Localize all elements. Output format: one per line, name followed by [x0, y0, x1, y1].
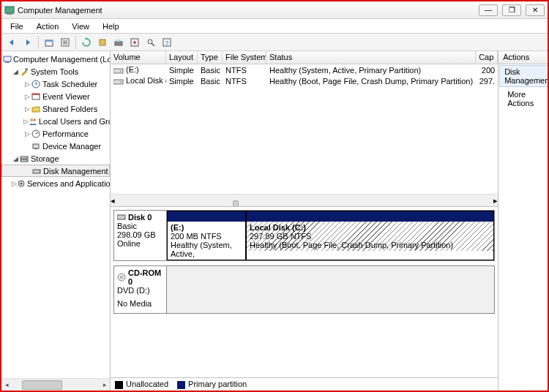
col-layout[interactable]: Layout: [166, 51, 198, 64]
minimize-button[interactable]: —: [479, 4, 498, 16]
vol-name: (E:): [126, 65, 139, 74]
tree-label: Computer Management (Local: [13, 55, 110, 64]
up-button[interactable]: [42, 35, 56, 50]
tool-button-2[interactable]: [111, 35, 126, 50]
vol-status: Healthy (System, Active, Primary Partiti…: [266, 66, 476, 75]
app-icon: [4, 5, 15, 15]
menu-action[interactable]: Action: [31, 20, 65, 32]
help-button[interactable]: ?: [160, 35, 174, 50]
svg-point-42: [120, 81, 122, 83]
legend: Unallocated Primary partition: [111, 377, 498, 391]
center-pane: Volume Layout Type File System Status Ca…: [111, 51, 498, 391]
tree-label: System Tools: [31, 67, 78, 76]
volume-row[interactable]: (E:) Simple Basic NTFS Healthy (System, …: [111, 64, 498, 75]
scroll-left-icon[interactable]: ◂: [1, 381, 12, 388]
storage-icon: [19, 154, 29, 164]
vol-cap: 200: [476, 66, 498, 75]
col-volume[interactable]: Volume: [111, 51, 166, 64]
tree-pane: Computer Management (Local ◢ System Tool…: [1, 51, 111, 391]
tree-device-manager[interactable]: Device Manager: [1, 140, 110, 152]
svg-line-14: [152, 43, 154, 46]
refresh-button[interactable]: [79, 35, 94, 50]
tool-button-4[interactable]: [143, 35, 158, 50]
partition[interactable]: (E:) 200 MB NTFS Healthy (System, Active…: [167, 211, 246, 260]
legend-swatch-primary: [177, 381, 185, 389]
toolbar: ?: [1, 34, 548, 51]
expand-icon[interactable]: ▷: [23, 80, 31, 88]
scroll-right-icon[interactable]: ▸: [493, 196, 498, 206]
scroll-right-icon[interactable]: ▸: [100, 381, 110, 388]
tree-local-users[interactable]: ▷Local Users and Groups: [1, 115, 110, 127]
col-fs[interactable]: File System: [223, 51, 266, 64]
svg-point-33: [26, 157, 26, 157]
partition-size: 200 MB NTFS: [171, 232, 242, 241]
tree-performance[interactable]: ▷Performance: [1, 127, 110, 140]
menu-view[interactable]: View: [66, 20, 95, 32]
volume-icon: [113, 67, 124, 75]
expand-icon[interactable]: ▷: [23, 130, 31, 137]
tree[interactable]: Computer Management (Local ◢ System Tool…: [1, 51, 110, 378]
col-cap[interactable]: Cap: [476, 51, 498, 64]
properties-button[interactable]: [58, 35, 72, 50]
tool-button-3[interactable]: [127, 35, 142, 50]
tree-label: Shared Folders: [42, 105, 97, 113]
menu-help[interactable]: Help: [97, 20, 125, 32]
svg-rect-1: [7, 13, 12, 15]
svg-rect-30: [34, 148, 37, 149]
volume-hscroll[interactable]: ◂ ▸: [111, 194, 498, 206]
disk-row[interactable]: Disk 0 Basic 298.09 GB Online (E:) 200 M…: [113, 210, 495, 261]
vol-name: Local Disk (C:): [126, 76, 166, 85]
collapse-icon[interactable]: ◢: [12, 155, 19, 162]
tree-root[interactable]: Computer Management (Local: [1, 53, 110, 65]
actions-more[interactable]: More Actions ▸: [498, 88, 548, 110]
volume-row[interactable]: Local Disk (C:) Simple Basic NTFS Health…: [111, 75, 498, 86]
svg-point-40: [120, 70, 122, 72]
actions-section[interactable]: Disk Management ▴: [499, 65, 548, 87]
expand-icon[interactable]: ▷: [23, 105, 31, 113]
tree-task-scheduler[interactable]: ▷Task Scheduler: [1, 78, 110, 90]
tree-event-viewer[interactable]: ▷Event Viewer: [1, 90, 110, 102]
tree-hscroll[interactable]: ◂ ▸: [1, 378, 110, 391]
svg-rect-24: [32, 94, 40, 95]
col-status[interactable]: Status: [266, 51, 476, 64]
disk-info: Disk 0 Basic 298.09 GB Online: [114, 211, 167, 260]
tree-system-tools[interactable]: ◢ System Tools: [1, 65, 110, 78]
svg-rect-39: [113, 69, 123, 73]
vol-cap: 297.: [476, 77, 498, 86]
titlebar: Computer Management — ❐ ✕: [1, 1, 548, 19]
tree-storage[interactable]: ◢ Storage: [1, 152, 110, 165]
expand-icon[interactable]: ▷: [23, 93, 31, 100]
tool-button-1[interactable]: [95, 35, 110, 50]
volume-rows[interactable]: (E:) Simple Basic NTFS Healthy (System, …: [111, 64, 498, 194]
svg-rect-17: [4, 56, 11, 61]
collapse-icon[interactable]: ◢: [12, 68, 19, 75]
col-type[interactable]: Type: [198, 51, 223, 64]
menu-file[interactable]: File: [4, 20, 29, 32]
tree-shared-folders[interactable]: ▷Shared Folders: [1, 102, 110, 115]
disk-row[interactable]: CD-ROM 0 DVD (D:) No Media: [113, 265, 495, 314]
vol-type: Basic: [198, 77, 223, 86]
vol-layout: Simple: [166, 77, 198, 86]
tree-services-apps[interactable]: ▷ Services and Applications: [1, 177, 110, 189]
svg-point-36: [38, 170, 40, 172]
expand-icon[interactable]: ▷: [12, 180, 17, 187]
event-icon: [31, 91, 41, 102]
partition-bar: [168, 211, 245, 222]
svg-rect-0: [5, 7, 14, 13]
close-button[interactable]: ✕: [526, 4, 545, 16]
partition[interactable]: Local Disk (C:) 297.89 GB NTFS Healthy (…: [246, 211, 494, 260]
disk-state: Online: [117, 239, 163, 248]
svg-point-34: [26, 159, 26, 160]
tree-disk-management[interactable]: Disk Management: [1, 165, 110, 177]
expand-icon[interactable]: ▷: [23, 118, 29, 125]
scroll-left-icon[interactable]: ◂: [111, 196, 115, 206]
maximize-button[interactable]: ❐: [502, 4, 521, 16]
volume-list: Volume Layout Type File System Status Ca…: [111, 51, 498, 206]
legend-swatch-unallocated: [115, 381, 123, 389]
svg-rect-3: [45, 40, 53, 42]
disk-icon: [31, 166, 42, 176]
back-button[interactable]: [4, 35, 19, 50]
forward-button[interactable]: [20, 35, 35, 50]
disk-icon: [117, 214, 126, 221]
tree-label: Storage: [31, 154, 59, 163]
